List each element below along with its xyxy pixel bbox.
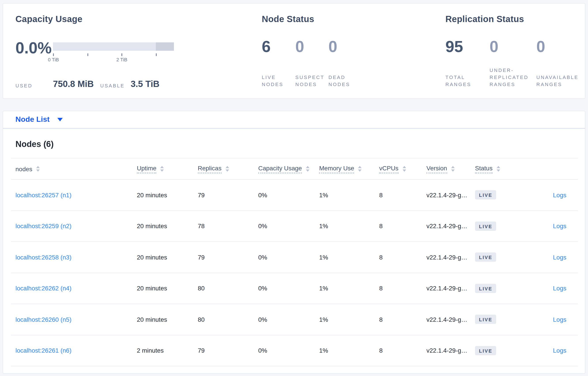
version-cell: v22.1.4-29-g… — [426, 316, 475, 323]
nodes-table-header-row: nodesUptimeReplicasCapacity UsageMemory … — [11, 158, 578, 180]
node-link[interactable]: localhost:26262 (n4) — [15, 285, 72, 292]
column-header-label: vCPUs — [379, 164, 399, 173]
uptime-cell: 2 minutes — [137, 347, 198, 354]
logs-link[interactable]: Logs — [553, 254, 566, 261]
status-badge: LIVE — [475, 284, 496, 293]
stat-label: LIVE NODES — [262, 74, 287, 88]
column-header-nodes[interactable]: nodes — [15, 165, 137, 172]
cluster-summary-card: Capacity Usage 0.0% 0 TiB 2 TiB USED 750… — [3, 3, 585, 99]
column-header-label: Capacity Usage — [258, 164, 302, 173]
capacity-usage-section: Capacity Usage 0.0% 0 TiB 2 TiB USED 750… — [15, 3, 254, 98]
table-row: localhost:26261 (n6) 2 minutes 79 0% 1% … — [11, 335, 578, 366]
status-cell: LIVE — [475, 221, 522, 231]
sort-arrows-icon — [306, 166, 309, 172]
node-cell: localhost:26262 (n4) — [15, 285, 137, 292]
uptime-cell: 20 minutes — [137, 191, 198, 198]
replicas-cell: 80 — [198, 316, 258, 323]
logs-link[interactable]: Logs — [553, 347, 566, 354]
capacity-usage-cell: 0% — [258, 316, 319, 323]
version-cell: v22.1.4-29-g… — [426, 254, 475, 261]
node-cell: localhost:26261 (n6) — [15, 347, 137, 354]
uptime-cell: 20 minutes — [137, 223, 198, 230]
memory-use-cell: 1% — [319, 285, 379, 292]
logs-cell: Logs — [522, 254, 578, 261]
node-link[interactable]: localhost:26258 (n3) — [15, 254, 72, 261]
column-header-status[interactable]: Status — [475, 164, 522, 173]
replicas-cell: 79 — [198, 254, 258, 261]
vcpus-cell: 8 — [379, 223, 426, 230]
replication-status-section: Replication Status 95TOTAL RANGES0UNDER-… — [445, 3, 587, 98]
stat-value: 0 — [295, 39, 304, 55]
status-cell: LIVE — [475, 284, 522, 293]
status-cell: LIVE — [475, 253, 522, 262]
status-badge: LIVE — [475, 221, 496, 231]
capacity-usage-cell: 0% — [258, 223, 319, 230]
capacity-usage-cell: 0% — [258, 347, 319, 354]
logs-link[interactable]: Logs — [553, 223, 566, 230]
vcpus-cell: 8 — [379, 316, 426, 323]
vcpus-cell: 8 — [379, 254, 426, 261]
usable-value: 3.5 TiB — [131, 79, 159, 89]
sort-arrows-icon — [225, 166, 229, 172]
vcpus-cell: 8 — [379, 191, 426, 198]
logs-link[interactable]: Logs — [553, 316, 566, 323]
column-header-version[interactable]: Version — [426, 164, 475, 173]
replicas-cell: 79 — [198, 347, 258, 354]
status-badge: LIVE — [475, 253, 496, 262]
vcpus-cell: 8 — [379, 285, 426, 292]
replication-status-title: Replication Status — [445, 14, 524, 24]
column-header-label: Memory Use — [319, 164, 354, 173]
stat-value: 0 — [328, 39, 337, 55]
node-link[interactable]: localhost:26261 (n6) — [15, 347, 72, 354]
node-cell: localhost:26260 (n5) — [15, 316, 137, 323]
column-header-label: Uptime — [137, 164, 157, 173]
status-cell: LIVE — [475, 315, 522, 324]
sort-arrows-icon — [358, 166, 362, 172]
status-badge: LIVE — [475, 190, 496, 200]
replicas-cell: 78 — [198, 223, 258, 230]
status-badge: LIVE — [475, 315, 496, 324]
memory-use-cell: 1% — [319, 347, 379, 354]
table-row: localhost:26262 (n4) 20 minutes 80 0% 1%… — [11, 273, 578, 304]
uptime-cell: 20 minutes — [137, 254, 198, 261]
node-list-dropdown[interactable]: Node List — [15, 111, 63, 128]
logs-cell: Logs — [522, 191, 578, 198]
table-row: localhost:26260 (n5) 20 minutes 80 0% 1%… — [11, 304, 578, 335]
column-header-capacity-usage[interactable]: Capacity Usage — [258, 164, 319, 173]
capacity-usage-cell: 0% — [258, 285, 319, 292]
sort-arrows-icon — [402, 166, 406, 172]
nodes-table: nodesUptimeReplicasCapacity UsageMemory … — [11, 158, 578, 366]
table-row: localhost:26258 (n3) 20 minutes 79 0% 1%… — [11, 242, 578, 273]
column-header-uptime[interactable]: Uptime — [137, 164, 198, 173]
axis-tick — [53, 53, 54, 56]
logs-link[interactable]: Logs — [553, 191, 566, 198]
node-cell: localhost:26258 (n3) — [15, 254, 137, 261]
column-header-memory-use[interactable]: Memory Use — [319, 164, 379, 173]
stat-value: 6 — [262, 39, 271, 55]
capacity-used-percent: 0.0% — [15, 39, 52, 57]
logs-cell: Logs — [522, 285, 578, 292]
cluster-overview-page: Capacity Usage 0.0% 0 TiB 2 TiB USED 750… — [0, 0, 588, 376]
capacity-usage-title: Capacity Usage — [15, 14, 83, 24]
logs-cell: Logs — [522, 347, 578, 354]
logs-link[interactable]: Logs — [553, 285, 566, 292]
node-link[interactable]: localhost:26257 (n1) — [15, 191, 72, 198]
uptime-cell: 20 minutes — [137, 316, 198, 323]
logs-cell: Logs — [522, 223, 578, 230]
node-link[interactable]: localhost:26260 (n5) — [15, 316, 72, 323]
capacity-usage-cell: 0% — [258, 191, 319, 198]
table-row: localhost:26259 (n2) 20 minutes 78 0% 1%… — [11, 211, 578, 242]
status-badge: LIVE — [475, 346, 496, 355]
version-cell: v22.1.4-29-g… — [426, 285, 475, 292]
nodes-panel: Nodes (6) nodesUptimeReplicasCapacity Us… — [3, 128, 585, 374]
column-header-vcpus[interactable]: vCPUs — [379, 164, 426, 173]
stat-value: 95 — [445, 39, 463, 55]
replicas-cell: 79 — [198, 191, 258, 198]
node-link[interactable]: localhost:26259 (n2) — [15, 223, 72, 230]
stat-label: SUSPECT NODES — [295, 74, 325, 88]
sort-arrows-icon — [496, 166, 500, 172]
node-status-title: Node Status — [262, 14, 314, 24]
column-header-replicas[interactable]: Replicas — [198, 164, 258, 173]
column-header-label: nodes — [15, 165, 32, 172]
version-cell: v22.1.4-29-g… — [426, 347, 475, 354]
